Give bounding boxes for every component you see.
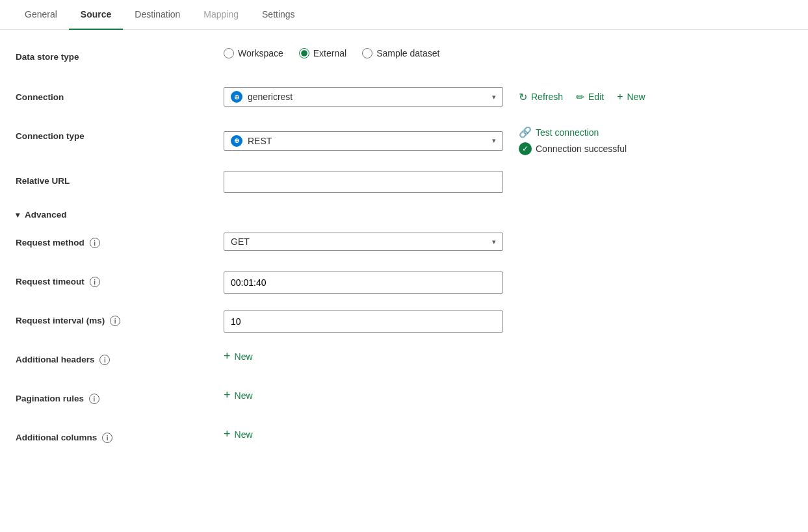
connection-actions: ↻ Refresh ✏ Edit + New: [519, 91, 645, 103]
success-checkmark-icon: ✓: [519, 142, 532, 155]
connection-chevron: ▾: [492, 93, 496, 101]
refresh-icon: ↻: [519, 91, 527, 103]
main-content: Data store type Workspace External Sampl…: [0, 30, 808, 485]
request-method-info-icon[interactable]: i: [90, 238, 100, 248]
tab-mapping: Mapping: [192, 0, 250, 30]
additional-headers-info-icon[interactable]: i: [99, 355, 110, 365]
request-interval-control: [224, 310, 792, 333]
radio-external-input[interactable]: [299, 48, 309, 58]
request-method-dropdown[interactable]: GET ▾: [224, 233, 503, 251]
connection-success-status: ✓ Connection successful: [519, 142, 627, 155]
connection-type-control: ⊕ REST ▾ 🔗 Test connection ✓ Connection …: [224, 126, 792, 155]
request-timeout-row: Request timeout i: [16, 272, 792, 295]
plus-icon: +: [617, 91, 623, 103]
pagination-rules-row: Pagination rules i + New: [16, 388, 792, 412]
connection-value: genericrest: [248, 92, 293, 102]
connection-type-label: Connection type: [16, 126, 224, 141]
new-connection-label: New: [627, 92, 645, 102]
connection-success-label: Connection successful: [536, 144, 627, 154]
test-connection-icon: 🔗: [519, 126, 532, 138]
connection-type-value: REST: [248, 136, 272, 146]
request-interval-label: Request interval (ms) i: [16, 310, 224, 326]
pagination-rules-control: + New: [224, 388, 792, 402]
request-timeout-control: [224, 272, 792, 294]
edit-button[interactable]: ✏ Edit: [576, 91, 604, 103]
radio-external-label: External: [313, 48, 346, 58]
edit-label: Edit: [588, 92, 604, 102]
data-store-type-row: Data store type Workspace External Sampl…: [16, 48, 792, 71]
radio-sample-label: Sample dataset: [376, 48, 439, 58]
request-timeout-label: Request timeout i: [16, 272, 224, 287]
radio-workspace-label: Workspace: [238, 48, 283, 58]
request-interval-input[interactable]: [224, 310, 503, 333]
connection-dropdown[interactable]: ⊕ genericrest ▾: [224, 87, 503, 107]
connection-row: Connection ⊕ genericrest ▾ ↻ Refresh ✏ E…: [16, 87, 792, 110]
additional-columns-plus-icon: +: [224, 427, 231, 441]
radio-workspace[interactable]: Workspace: [224, 48, 283, 58]
pagination-rules-new-button[interactable]: + New: [224, 388, 253, 402]
advanced-chevron-icon: ▾: [16, 210, 20, 220]
additional-headers-new-label: New: [235, 351, 253, 362]
relative-url-label: Relative URL: [16, 171, 224, 186]
pagination-rules-new-label: New: [235, 390, 253, 401]
new-connection-button[interactable]: + New: [617, 91, 645, 103]
refresh-label: Refresh: [531, 92, 563, 102]
additional-headers-label: Additional headers i: [16, 349, 224, 365]
connection-label: Connection: [16, 87, 224, 102]
additional-columns-control: + New: [224, 427, 792, 441]
refresh-button[interactable]: ↻ Refresh: [519, 91, 563, 103]
additional-columns-info-icon[interactable]: i: [102, 433, 112, 443]
request-method-dropdown-inner: GET: [231, 236, 250, 247]
data-store-type-label: Data store type: [16, 48, 224, 62]
radio-sample[interactable]: Sample dataset: [362, 48, 439, 58]
connection-type-row: Connection type ⊕ REST ▾ 🔗 Test connecti…: [16, 126, 792, 155]
additional-columns-label: Additional columns i: [16, 427, 224, 443]
additional-headers-plus-icon: +: [224, 349, 231, 363]
connection-dropdown-inner: ⊕ genericrest: [231, 91, 293, 103]
pagination-rules-label: Pagination rules i: [16, 388, 224, 404]
connection-type-dropdown-inner: ⊕ REST: [231, 135, 272, 147]
request-method-label: Request method i: [16, 233, 224, 248]
radio-workspace-input[interactable]: [224, 48, 234, 58]
additional-columns-row: Additional columns i + New: [16, 427, 792, 451]
request-interval-info-icon[interactable]: i: [110, 316, 120, 326]
relative-url-input[interactable]: [224, 171, 503, 193]
request-method-chevron: ▾: [492, 238, 496, 246]
connection-icon: ⊕: [231, 91, 242, 103]
connection-type-dropdown[interactable]: ⊕ REST ▾: [224, 131, 503, 151]
test-connection-label: Test connection: [536, 127, 599, 138]
pagination-rules-plus-icon: +: [224, 388, 231, 402]
tab-general[interactable]: General: [13, 0, 69, 30]
request-method-value: GET: [231, 236, 250, 247]
tab-source[interactable]: Source: [69, 0, 123, 30]
test-connection-button[interactable]: 🔗 Test connection: [519, 126, 627, 138]
test-connection-col: 🔗 Test connection ✓ Connection successfu…: [519, 126, 627, 155]
additional-headers-control: + New: [224, 349, 792, 363]
radio-sample-input[interactable]: [362, 48, 372, 58]
tab-settings[interactable]: Settings: [250, 0, 307, 30]
data-store-type-control: Workspace External Sample dataset: [224, 48, 792, 58]
radio-external[interactable]: External: [299, 48, 346, 58]
connection-type-chevron: ▾: [492, 136, 496, 145]
relative-url-row: Relative URL: [16, 171, 792, 194]
tab-destination[interactable]: Destination: [123, 0, 192, 30]
request-timeout-input[interactable]: [224, 272, 503, 294]
advanced-toggle[interactable]: ▾ Advanced: [16, 210, 792, 220]
connection-control: ⊕ genericrest ▾ ↻ Refresh ✏ Edit + New: [224, 87, 792, 107]
tab-bar: General Source Destination Mapping Setti…: [0, 0, 808, 30]
request-method-row: Request method i GET ▾: [16, 233, 792, 256]
request-method-control: GET ▾: [224, 233, 792, 251]
relative-url-control: [224, 171, 792, 193]
additional-headers-row: Additional headers i + New: [16, 349, 792, 373]
data-store-radio-group: Workspace External Sample dataset: [224, 48, 439, 58]
additional-headers-new-button[interactable]: + New: [224, 349, 253, 363]
additional-columns-new-button[interactable]: + New: [224, 427, 253, 441]
request-timeout-info-icon[interactable]: i: [90, 277, 100, 287]
connection-type-icon: ⊕: [231, 135, 242, 147]
request-interval-row: Request interval (ms) i: [16, 310, 792, 334]
pagination-rules-info-icon[interactable]: i: [89, 394, 99, 404]
additional-columns-new-label: New: [235, 429, 253, 440]
edit-icon: ✏: [576, 91, 584, 103]
advanced-label: Advanced: [25, 210, 67, 220]
